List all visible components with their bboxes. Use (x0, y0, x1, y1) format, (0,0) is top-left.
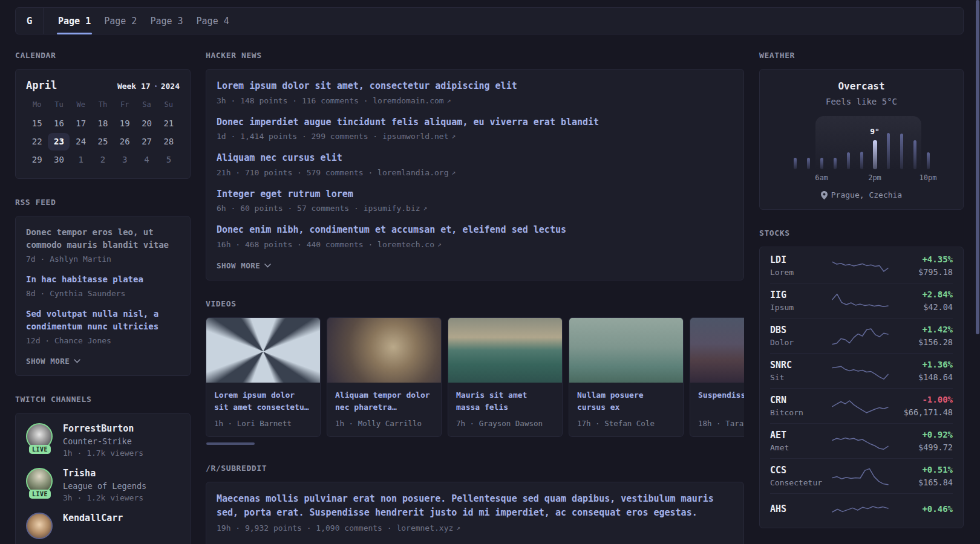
stock-change: +2.84% (890, 290, 953, 299)
reddit-post-title[interactable]: Maecenas mollis pulvinar erat non posuer… (217, 493, 714, 518)
twitch-channel-row[interactable]: LIVE Trisha League of Legends 3h · 1.2k … (26, 468, 180, 502)
stocks-card: LDI Lorem +4.35% $795.18 (759, 247, 964, 528)
video-card[interactable]: Aliquam tempor dolor nec pharetra… 1h · … (327, 317, 442, 438)
rss-show-more-button[interactable]: SHOW MORE (26, 357, 80, 366)
channel-name[interactable]: Trisha (63, 468, 146, 479)
hn-item-title[interactable]: Donec imperdiet augue tincidunt felis al… (217, 115, 733, 129)
stock-price: $165.84 (890, 478, 953, 487)
video-card[interactable]: Lorem ipsum dolor sit amet consectetu… 1… (206, 317, 321, 438)
calendar-day: 25 (92, 133, 114, 151)
calendar-day: 27 (136, 133, 158, 151)
video-title[interactable]: Suspendisse diam (698, 389, 744, 414)
page-tab[interactable]: Page 1 (51, 8, 97, 34)
stock-name: Lorem (770, 268, 831, 277)
video-title[interactable]: Nullam posuere cursus ex (577, 389, 675, 415)
calendar-day-cell: 20 (136, 114, 157, 132)
stock-symbol: CCS (770, 465, 831, 476)
stock-row[interactable]: LDI Lorem +4.35% $795.18 (770, 248, 953, 283)
channel-viewers: 3h · 1.2k viewers (63, 493, 146, 502)
calendar-widget: CALENDAR April Week 17 2024 MoTuWeThFrSa… (15, 51, 191, 179)
hacker-news-card: Lorem ipsum dolor sit amet, consectetur … (206, 69, 744, 280)
stock-row[interactable]: IIG Ipsum +2.84% $42.04 (770, 283, 953, 319)
stock-row[interactable]: AET Amet +0.92% $499.72 (770, 424, 953, 459)
calendar-day-cell: 21 (158, 114, 180, 132)
hn-item-meta[interactable]: 3h · 148 points · 116 comments · loremdo… (217, 96, 733, 105)
stock-sparkline (831, 256, 890, 276)
calendar-day-cell: 16 (48, 114, 70, 132)
stock-symbol: CRN (770, 395, 831, 406)
daylight-region (815, 116, 922, 169)
twitch-channel-row[interactable]: KendallCarr (26, 513, 180, 539)
chevron-down-icon (264, 264, 271, 268)
hn-show-more-button[interactable]: SHOW MORE (217, 261, 271, 270)
stock-row[interactable]: CCS Consectetur +0.51% $165.84 (770, 459, 953, 494)
page-tab-label: Page 4 (197, 16, 229, 27)
video-card[interactable]: Nullam posuere cursus ex 17h · Stefan Co… (569, 317, 684, 438)
hn-item-title[interactable]: Integer eget rutrum lorem (217, 187, 733, 201)
reddit-post-meta[interactable]: 19h · 9,932 points · 1,090 comments · lo… (217, 523, 733, 533)
video-card[interactable]: Suspendisse diam 18h · Tara (690, 317, 744, 438)
live-badge: LIVE (29, 490, 51, 499)
calendar-month: April (26, 79, 57, 91)
app-logo[interactable]: G (16, 8, 44, 34)
video-title[interactable]: Lorem ipsum dolor sit amet consectetu… (214, 389, 312, 415)
temperature-bar (900, 134, 903, 169)
page-tab[interactable]: Page 3 (143, 8, 189, 34)
calendar-day-cell: 2 (92, 151, 114, 169)
page-scrollbar-thumb[interactable] (976, 0, 979, 334)
hn-item-meta[interactable]: 16h · 468 points · 440 comments · loremt… (217, 240, 733, 249)
stock-name: Ipsum (770, 303, 831, 312)
rss-item-title[interactable]: Sed volutpat nulla nisl, a condimentum n… (26, 308, 180, 333)
section-title: VIDEOS (206, 299, 744, 308)
stock-symbol: AHS (770, 504, 831, 514)
calendar-day: 2 (92, 151, 114, 169)
video-card[interactable]: Mauris sit amet massa felis 7h · Grayson… (448, 317, 563, 438)
stock-row[interactable]: DBS Dolor +1.42% $156.28 (770, 319, 953, 354)
temperature-bar (860, 152, 863, 169)
weather-feels-like: Feels like 5°C (769, 97, 953, 106)
video-thumbnail (569, 318, 683, 383)
weekday-label: Tu (48, 100, 70, 109)
page-tab[interactable]: Page 2 (97, 8, 143, 34)
rss-item-title[interactable]: In hac habitasse platea (26, 273, 180, 286)
external-link-icon: ↗ (452, 169, 456, 176)
rss-item-title[interactable]: Donec tempor eros leo, ut commodo mauris… (26, 226, 180, 251)
weather-widget: WEATHER Overcast Feels like 5°C 9°6am2pm… (759, 51, 964, 210)
calendar-day: 30 (48, 151, 70, 169)
chevron-down-icon (74, 359, 80, 363)
stock-price: $148.64 (890, 372, 953, 382)
hn-item-title[interactable]: Donec enim nibh, condimentum et accumsan… (217, 223, 733, 237)
weekday-label: Sa (136, 100, 157, 109)
calendar-day: 19 (114, 115, 136, 132)
section-title: CALENDAR (15, 51, 191, 60)
video-title[interactable]: Mauris sit amet massa felis (456, 389, 554, 415)
section-title: RSS FEED (15, 198, 191, 207)
carousel-scrollbar-thumb[interactable] (206, 442, 255, 445)
videos-widget: VIDEOS Lorem ipsum dolor sit amet consec… (206, 299, 744, 445)
hn-item-meta[interactable]: 21h · 710 points · 579 comments · loreml… (217, 168, 733, 177)
video-title[interactable]: Aliquam tempor dolor nec pharetra… (335, 389, 433, 415)
stock-symbol: IIG (770, 290, 831, 300)
temperature-bar (873, 140, 877, 169)
calendar-day: 17 (70, 115, 92, 132)
hn-item-title[interactable]: Lorem ipsum dolor sit amet, consectetur … (217, 79, 733, 93)
hn-item-meta[interactable]: 1d · 1,414 points · 299 comments · ipsum… (217, 132, 733, 141)
page-tab[interactable]: Page 4 (190, 8, 236, 34)
hn-item-meta[interactable]: 6h · 60 points · 57 comments · ipsumify.… (217, 204, 733, 213)
section-title: /R/SUBREDDIT (206, 464, 744, 473)
channel-name[interactable]: KendallCarr (63, 513, 123, 523)
subreddit-card: Maecenas mollis pulvinar erat non posuer… (206, 482, 744, 544)
video-meta: 18h · Tara (698, 419, 744, 428)
twitch-channel-row[interactable]: LIVE ForrestBurton Counter-Strike 1h · 1… (26, 423, 180, 458)
stock-row[interactable]: SNRC Sit +1.36% $148.64 (770, 354, 953, 389)
stock-row[interactable]: AHS +0.46% (770, 494, 953, 526)
stock-row[interactable]: CRN Bitcorn -1.00% $66,171.48 (770, 389, 953, 424)
rss-item-meta: 7d · Ashlyn Martin (26, 254, 180, 264)
stock-change: -1.00% (890, 395, 953, 404)
avatar: LIVE (26, 468, 54, 494)
channel-name[interactable]: ForrestBurton (63, 423, 143, 434)
section-title: STOCKS (759, 228, 964, 238)
hn-item-title[interactable]: Aliquam nec cursus elit (217, 151, 733, 165)
stock-change: +4.35% (890, 254, 953, 264)
stock-name: Bitcorn (770, 408, 831, 417)
